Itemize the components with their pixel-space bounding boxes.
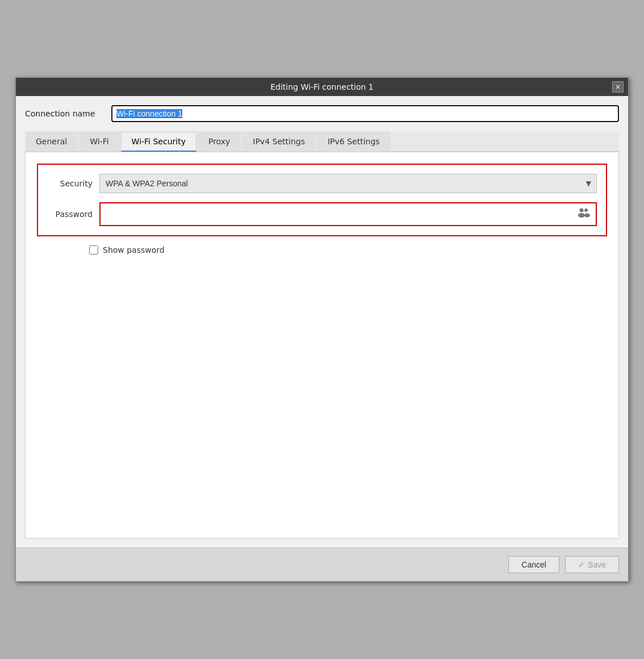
tab-general[interactable]: General [25, 132, 78, 152]
tab-wifi-security[interactable]: Wi-Fi Security [121, 132, 196, 152]
password-input-wrapper [99, 202, 597, 226]
window-title: Editing Wi-Fi connection 1 [270, 82, 374, 91]
connection-name-label: Connection name [25, 109, 104, 118]
dialog-body: Connection name General Wi-Fi Wi-Fi Secu… [16, 96, 628, 548]
security-section: Security None WEP 40/128-bit Key (Hex or… [37, 164, 607, 236]
save-button[interactable]: ✓ Save [565, 556, 619, 573]
save-label: Save [588, 560, 606, 569]
tabs-bar: General Wi-Fi Wi-Fi Security Proxy IPv4 … [25, 131, 619, 152]
security-form-row: Security None WEP 40/128-bit Key (Hex or… [47, 174, 597, 193]
connection-name-row: Connection name [25, 105, 619, 122]
security-label: Security [47, 179, 93, 188]
title-bar: Editing Wi-Fi connection 1 × [16, 78, 628, 96]
show-password-checkbox[interactable] [89, 245, 98, 255]
tab-ipv4[interactable]: IPv4 Settings [242, 132, 316, 152]
password-input[interactable] [101, 203, 596, 225]
cancel-button[interactable]: Cancel [508, 556, 559, 573]
show-password-label[interactable]: Show password [103, 245, 165, 255]
dialog-footer: Cancel ✓ Save [16, 548, 628, 581]
connection-name-input[interactable] [111, 105, 619, 122]
password-label: Password [47, 210, 93, 219]
save-checkmark-icon: ✓ [578, 560, 585, 569]
close-button[interactable]: × [612, 81, 624, 93]
security-select-wrapper: None WEP 40/128-bit Key (Hex or ASCII) W… [99, 174, 597, 193]
show-password-row: Show password [89, 245, 607, 255]
dialog-window: Editing Wi-Fi connection 1 × Connection … [15, 77, 629, 582]
tab-proxy[interactable]: Proxy [198, 132, 241, 152]
password-form-row: Password [47, 202, 597, 226]
security-select[interactable]: None WEP 40/128-bit Key (Hex or ASCII) W… [99, 174, 597, 193]
tab-ipv6[interactable]: IPv6 Settings [317, 132, 391, 152]
tab-wifi[interactable]: Wi-Fi [79, 132, 119, 152]
tab-content-wifi-security: Security None WEP 40/128-bit Key (Hex or… [25, 152, 619, 539]
